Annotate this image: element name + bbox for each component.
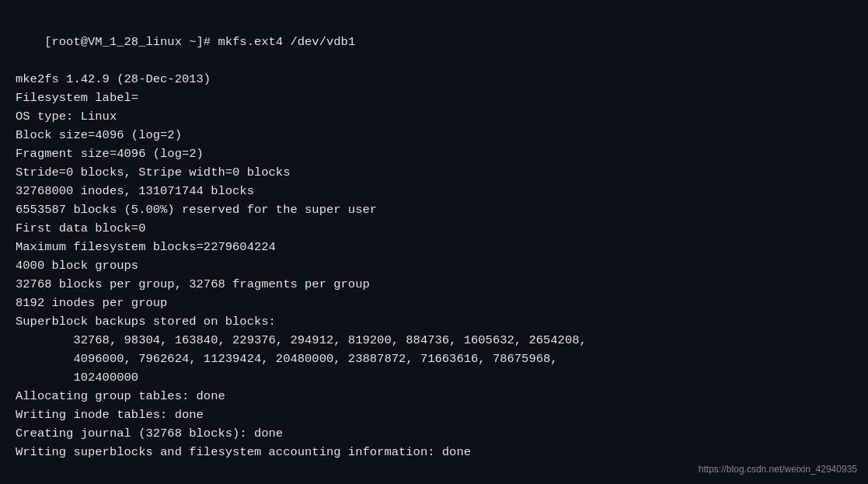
terminal-line: Writing inode tables: done	[16, 406, 852, 424]
terminal-window: [root@VM_1_28_linux ~]# mkfs.ext4 /dev/v…	[0, 0, 868, 484]
terminal-line: First data block=0	[16, 219, 852, 238]
terminal-line: Filesystem label=	[16, 89, 852, 107]
terminal-line: 102400000	[16, 368, 852, 387]
terminal-line: Creating journal (32768 blocks): done	[16, 424, 852, 443]
terminal-line: Writing superblocks and filesystem accou…	[16, 443, 852, 461]
terminal-line: 32768, 98304, 163840, 229376, 294912, 81…	[16, 331, 852, 350]
terminal-line: OS type: Linux	[16, 107, 852, 126]
terminal-line: mke2fs 1.42.9 (28-Dec-2013)	[16, 70, 852, 89]
prompt-line: [root@VM_1_28_linux ~]# mkfs.ext4 /dev/v…	[44, 35, 355, 49]
terminal-line: 6553587 blocks (5.00%) reserved for the …	[16, 200, 852, 219]
terminal-line: Stride=0 blocks, Stripe width=0 blocks	[16, 163, 852, 182]
terminal-line: Block size=4096 (log=2)	[16, 126, 852, 145]
terminal-line: 8192 inodes per group	[16, 294, 852, 312]
terminal-line: 32768 blocks per group, 32768 fragments …	[16, 275, 852, 294]
terminal-line: Maximum filesystem blocks=2279604224	[16, 238, 852, 256]
terminal-lines: mke2fs 1.42.9 (28-Dec-2013)Filesystem la…	[16, 70, 852, 461]
terminal-output: [root@VM_1_28_linux ~]# mkfs.ext4 /dev/v…	[16, 14, 852, 70]
terminal-line: 4096000, 7962624, 11239424, 20480000, 23…	[16, 350, 852, 368]
terminal-line: 4000 block groups	[16, 256, 852, 275]
terminal-line: Superblock backups stored on blocks:	[16, 312, 852, 331]
terminal-line: 32768000 inodes, 131071744 blocks	[16, 182, 852, 200]
terminal-line: Allocating group tables: done	[16, 387, 852, 406]
watermark: https://blog.csdn.net/weixin_42940935	[699, 464, 857, 475]
terminal-line: Fragment size=4096 (log=2)	[16, 145, 852, 163]
